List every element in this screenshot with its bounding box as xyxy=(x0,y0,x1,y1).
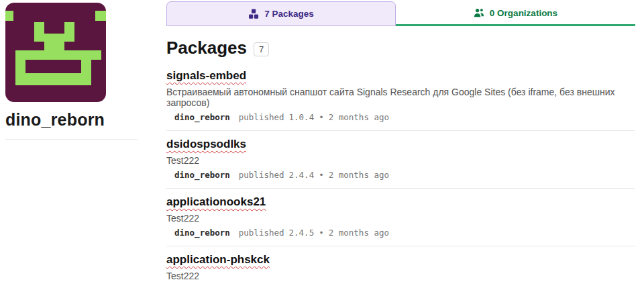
package-owner-link[interactable]: dino_reborn xyxy=(174,113,230,122)
package-item: applicationooks21 Test222 dino_reborn pu… xyxy=(166,189,635,246)
packages-boxes-icon xyxy=(248,9,259,19)
package-name-link[interactable]: signals-embed xyxy=(166,69,246,83)
package-name-link[interactable]: applicationooks21 xyxy=(166,195,266,209)
package-item: application-phskck Test222 dino_reborn p… xyxy=(166,246,635,282)
tab-packages[interactable]: 7 Packages xyxy=(166,1,396,26)
sidebar-divider xyxy=(5,139,138,140)
organizations-people-icon xyxy=(474,7,484,18)
package-meta-row: dino_reborn published 1.0.4 • 2 months a… xyxy=(174,113,635,122)
package-item: signals-embed Встраиваемый автономный сн… xyxy=(166,62,635,131)
package-version: 1.0.4 xyxy=(289,113,315,122)
package-version: 2.4.4 xyxy=(289,171,315,180)
published-time-ago: 2 months ago xyxy=(329,113,389,122)
published-time-ago: 2 months ago xyxy=(329,171,389,180)
tab-organizations-label: 0 Organizations xyxy=(490,8,557,18)
published-label: published xyxy=(239,171,284,180)
meta-separator: • xyxy=(319,228,324,238)
published-time-ago: 2 months ago xyxy=(329,228,389,238)
user-avatar xyxy=(5,3,106,102)
packages-heading: Packages xyxy=(166,38,247,58)
meta-separator: • xyxy=(319,113,324,122)
profile-sidebar: dino_reborn xyxy=(0,0,161,282)
packages-count-badge: 7 xyxy=(254,42,269,56)
tab-organizations[interactable]: 0 Organizations xyxy=(396,1,635,26)
package-version: 2.4.5 xyxy=(289,228,315,238)
package-owner-link[interactable]: dino_reborn xyxy=(174,171,230,180)
package-meta-row: dino_reborn published 2.4.5 • 2 months a… xyxy=(174,228,635,238)
package-name-link[interactable]: application-phskck xyxy=(166,253,270,267)
profile-tabs: 7 Packages 0 Organizations xyxy=(166,1,635,26)
package-description: Test222 xyxy=(166,213,635,224)
package-description: Test222 xyxy=(166,155,635,166)
published-label: published xyxy=(239,228,284,238)
packages-heading-row: Packages 7 xyxy=(166,38,635,58)
profile-page: dino_reborn 7 Packages 0 Organizations P… xyxy=(0,0,644,282)
published-label: published xyxy=(239,113,284,122)
package-meta-row: dino_reborn published 2.4.4 • 2 months a… xyxy=(174,171,635,180)
package-owner-link[interactable]: dino_reborn xyxy=(174,228,230,238)
package-name-link[interactable]: dsidospsodlks xyxy=(166,138,246,151)
package-list: signals-embed Встраиваемый автономный сн… xyxy=(166,62,635,282)
package-item: dsidospsodlks Test222 dino_reborn publis… xyxy=(166,131,635,189)
tab-packages-label: 7 Packages xyxy=(264,9,314,19)
package-description: Встраиваемый автономный снапшот сайта Si… xyxy=(166,87,635,108)
package-description: Test222 xyxy=(166,271,635,281)
main-content: 7 Packages 0 Organizations Packages 7 si… xyxy=(161,0,639,282)
meta-separator: • xyxy=(319,171,324,180)
profile-username: dino_reborn xyxy=(5,110,161,130)
